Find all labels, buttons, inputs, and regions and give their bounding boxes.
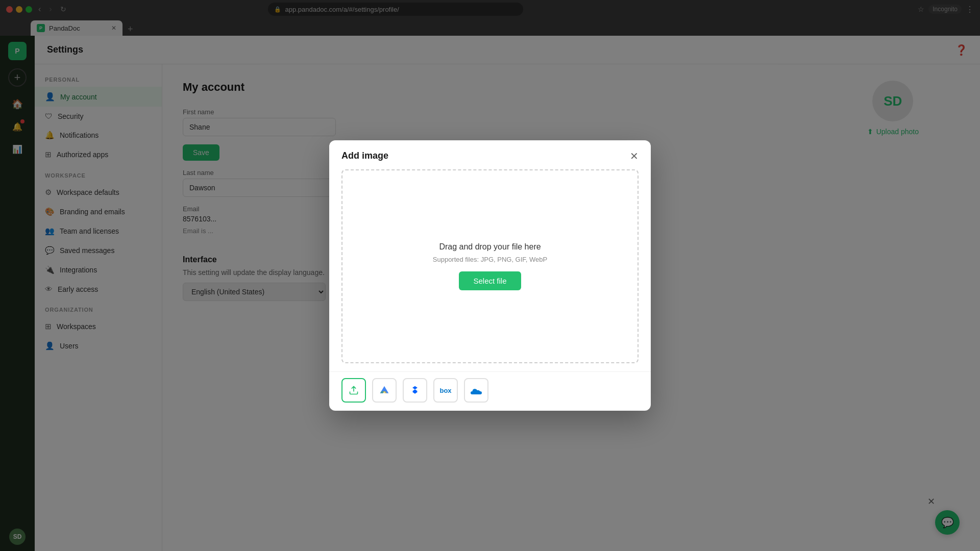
modal-title: Add image bbox=[341, 151, 388, 161]
modal-footer: box bbox=[329, 371, 651, 411]
upload-source-button[interactable] bbox=[341, 378, 366, 403]
drop-zone-text: Drag and drop your file here bbox=[439, 242, 541, 252]
modal-header: Add image ✕ bbox=[329, 140, 651, 169]
onedrive-source-button[interactable] bbox=[464, 378, 488, 403]
modal-body: Drag and drop your file here Supported f… bbox=[329, 169, 651, 371]
modal-close-button[interactable]: ✕ bbox=[630, 151, 639, 161]
modal-overlay[interactable]: Add image ✕ Drag and drop your file here… bbox=[0, 0, 980, 551]
add-image-modal: Add image ✕ Drag and drop your file here… bbox=[329, 140, 651, 411]
drop-zone[interactable]: Drag and drop your file here Supported f… bbox=[341, 169, 639, 363]
dropbox-source-button[interactable] bbox=[403, 378, 427, 403]
box-source-button[interactable]: box bbox=[433, 378, 458, 403]
drop-zone-subtext: Supported files: JPG, PNG, GIF, WebP bbox=[433, 256, 547, 263]
select-file-button[interactable]: Select file bbox=[459, 271, 521, 290]
google-drive-source-button[interactable] bbox=[372, 378, 397, 403]
